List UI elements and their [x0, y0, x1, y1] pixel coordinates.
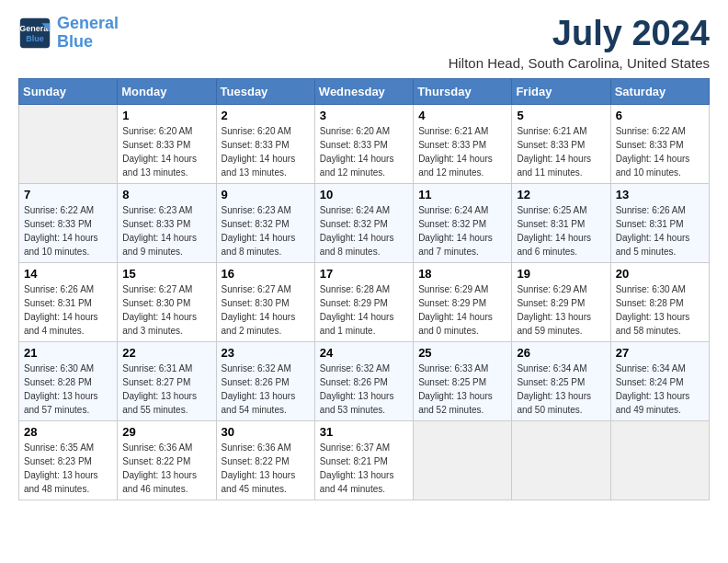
- logo-general: General: [57, 14, 119, 32]
- day-number: 13: [616, 188, 704, 201]
- calendar-cell: [19, 104, 118, 183]
- calendar-cell: 19Sunrise: 6:29 AMSunset: 8:29 PMDayligh…: [512, 262, 610, 341]
- calendar-cell: 13Sunrise: 6:26 AMSunset: 8:31 PMDayligh…: [610, 183, 709, 262]
- day-info: Sunrise: 6:32 AMSunset: 8:26 PMDaylight:…: [222, 362, 310, 417]
- page-header: General Blue General Blue July 2024 Hilt…: [18, 15, 710, 71]
- month-title: July 2024: [449, 15, 710, 53]
- day-info: Sunrise: 6:29 AMSunset: 8:29 PMDaylight:…: [517, 282, 605, 338]
- calendar-cell: 16Sunrise: 6:27 AMSunset: 8:30 PMDayligh…: [216, 262, 314, 341]
- day-number: 15: [122, 267, 210, 281]
- calendar-week-5: 28Sunrise: 6:35 AMSunset: 8:23 PMDayligh…: [19, 420, 710, 500]
- day-info: Sunrise: 6:21 AMSunset: 8:33 PMDaylight:…: [418, 124, 506, 179]
- calendar-week-2: 7Sunrise: 6:22 AMSunset: 8:33 PMDaylight…: [19, 183, 710, 262]
- calendar-cell: 2Sunrise: 6:20 AMSunset: 8:33 PMDaylight…: [216, 104, 314, 183]
- day-number: 4: [418, 109, 506, 122]
- day-number: 24: [320, 346, 408, 360]
- weekday-header-tuesday: Tuesday: [216, 78, 314, 104]
- calendar-cell: 31Sunrise: 6:37 AMSunset: 8:21 PMDayligh…: [314, 420, 413, 500]
- calendar-cell: 27Sunrise: 6:34 AMSunset: 8:24 PMDayligh…: [610, 341, 709, 420]
- day-number: 23: [222, 346, 310, 360]
- day-number: 27: [616, 346, 704, 360]
- day-info: Sunrise: 6:32 AMSunset: 8:26 PMDaylight:…: [320, 362, 408, 417]
- day-number: 31: [320, 425, 408, 439]
- calendar-cell: 29Sunrise: 6:36 AMSunset: 8:22 PMDayligh…: [118, 420, 216, 500]
- weekday-header-saturday: Saturday: [610, 78, 709, 104]
- day-info: Sunrise: 6:34 AMSunset: 8:25 PMDaylight:…: [517, 362, 605, 417]
- day-info: Sunrise: 6:36 AMSunset: 8:22 PMDaylight:…: [222, 441, 310, 496]
- weekday-header-wednesday: Wednesday: [314, 78, 413, 104]
- day-info: Sunrise: 6:27 AMSunset: 8:30 PMDaylight:…: [122, 282, 210, 338]
- calendar-cell: 17Sunrise: 6:28 AMSunset: 8:29 PMDayligh…: [314, 262, 413, 341]
- day-number: 18: [418, 267, 506, 281]
- calendar-cell: 3Sunrise: 6:20 AMSunset: 8:33 PMDaylight…: [314, 104, 413, 183]
- calendar-cell: [512, 420, 610, 500]
- calendar-cell: 12Sunrise: 6:25 AMSunset: 8:31 PMDayligh…: [512, 183, 610, 262]
- day-info: Sunrise: 6:22 AMSunset: 8:33 PMDaylight:…: [24, 203, 112, 259]
- calendar-cell: 18Sunrise: 6:29 AMSunset: 8:29 PMDayligh…: [414, 262, 512, 341]
- day-number: 11: [418, 188, 506, 201]
- day-info: Sunrise: 6:23 AMSunset: 8:32 PMDaylight:…: [222, 203, 310, 259]
- logo-icon: General Blue: [18, 17, 51, 50]
- day-number: 19: [517, 267, 605, 281]
- day-info: Sunrise: 6:31 AMSunset: 8:27 PMDaylight:…: [122, 362, 210, 417]
- weekday-header-monday: Monday: [118, 78, 216, 104]
- day-info: Sunrise: 6:20 AMSunset: 8:33 PMDaylight:…: [122, 124, 210, 179]
- day-info: Sunrise: 6:22 AMSunset: 8:33 PMDaylight:…: [616, 124, 704, 179]
- day-info: Sunrise: 6:27 AMSunset: 8:30 PMDaylight:…: [222, 282, 310, 338]
- calendar-cell: 24Sunrise: 6:32 AMSunset: 8:26 PMDayligh…: [314, 341, 413, 420]
- calendar-cell: 10Sunrise: 6:24 AMSunset: 8:32 PMDayligh…: [314, 183, 413, 262]
- day-number: 17: [320, 267, 408, 281]
- calendar-cell: 28Sunrise: 6:35 AMSunset: 8:23 PMDayligh…: [19, 420, 118, 500]
- logo: General Blue General Blue: [18, 15, 119, 52]
- day-number: 12: [517, 188, 605, 201]
- day-number: 1: [122, 109, 210, 122]
- calendar-cell: [610, 420, 709, 500]
- calendar-cell: 23Sunrise: 6:32 AMSunset: 8:26 PMDayligh…: [216, 341, 314, 420]
- calendar-cell: 6Sunrise: 6:22 AMSunset: 8:33 PMDaylight…: [610, 104, 709, 183]
- day-number: 2: [222, 109, 310, 122]
- day-number: 8: [122, 188, 210, 201]
- day-info: Sunrise: 6:36 AMSunset: 8:22 PMDaylight:…: [122, 441, 210, 496]
- day-info: Sunrise: 6:23 AMSunset: 8:33 PMDaylight:…: [122, 203, 210, 259]
- day-number: 22: [122, 346, 210, 360]
- day-number: 20: [616, 267, 704, 281]
- day-number: 25: [418, 346, 506, 360]
- calendar-cell: 8Sunrise: 6:23 AMSunset: 8:33 PMDaylight…: [118, 183, 216, 262]
- day-info: Sunrise: 6:29 AMSunset: 8:29 PMDaylight:…: [418, 282, 506, 338]
- calendar-cell: 21Sunrise: 6:30 AMSunset: 8:28 PMDayligh…: [19, 341, 118, 420]
- calendar-cell: 7Sunrise: 6:22 AMSunset: 8:33 PMDaylight…: [19, 183, 118, 262]
- calendar-cell: 14Sunrise: 6:26 AMSunset: 8:31 PMDayligh…: [19, 262, 118, 341]
- calendar-cell: 30Sunrise: 6:36 AMSunset: 8:22 PMDayligh…: [216, 420, 314, 500]
- day-number: 3: [320, 109, 408, 122]
- day-number: 21: [24, 346, 112, 360]
- calendar-cell: 26Sunrise: 6:34 AMSunset: 8:25 PMDayligh…: [512, 341, 610, 420]
- logo-text: General Blue: [57, 15, 119, 52]
- weekday-header-thursday: Thursday: [414, 78, 512, 104]
- calendar-cell: 22Sunrise: 6:31 AMSunset: 8:27 PMDayligh…: [118, 341, 216, 420]
- calendar-cell: 11Sunrise: 6:24 AMSunset: 8:32 PMDayligh…: [414, 183, 512, 262]
- calendar-cell: 15Sunrise: 6:27 AMSunset: 8:30 PMDayligh…: [118, 262, 216, 341]
- day-number: 30: [222, 425, 310, 439]
- calendar-cell: 4Sunrise: 6:21 AMSunset: 8:33 PMDaylight…: [414, 104, 512, 183]
- calendar-cell: [414, 420, 512, 500]
- title-block: July 2024 Hilton Head, South Carolina, U…: [449, 15, 710, 71]
- calendar-cell: 5Sunrise: 6:21 AMSunset: 8:33 PMDaylight…: [512, 104, 610, 183]
- day-info: Sunrise: 6:21 AMSunset: 8:33 PMDaylight:…: [517, 124, 605, 179]
- day-number: 28: [24, 425, 112, 439]
- calendar-cell: 25Sunrise: 6:33 AMSunset: 8:25 PMDayligh…: [414, 341, 512, 420]
- day-info: Sunrise: 6:33 AMSunset: 8:25 PMDaylight:…: [418, 362, 506, 417]
- weekday-header-row: SundayMondayTuesdayWednesdayThursdayFrid…: [19, 78, 710, 104]
- day-number: 9: [222, 188, 310, 201]
- logo-blue: Blue: [57, 32, 93, 51]
- location: Hilton Head, South Carolina, United Stat…: [449, 55, 710, 71]
- calendar-week-4: 21Sunrise: 6:30 AMSunset: 8:28 PMDayligh…: [19, 341, 710, 420]
- day-info: Sunrise: 6:30 AMSunset: 8:28 PMDaylight:…: [616, 282, 704, 338]
- day-info: Sunrise: 6:34 AMSunset: 8:24 PMDaylight:…: [616, 362, 704, 417]
- day-info: Sunrise: 6:37 AMSunset: 8:21 PMDaylight:…: [320, 441, 408, 496]
- svg-text:Blue: Blue: [26, 34, 44, 43]
- day-number: 14: [24, 267, 112, 281]
- day-info: Sunrise: 6:24 AMSunset: 8:32 PMDaylight:…: [418, 203, 506, 259]
- day-info: Sunrise: 6:30 AMSunset: 8:28 PMDaylight:…: [24, 362, 112, 417]
- day-number: 6: [616, 109, 704, 122]
- day-info: Sunrise: 6:20 AMSunset: 8:33 PMDaylight:…: [222, 124, 310, 179]
